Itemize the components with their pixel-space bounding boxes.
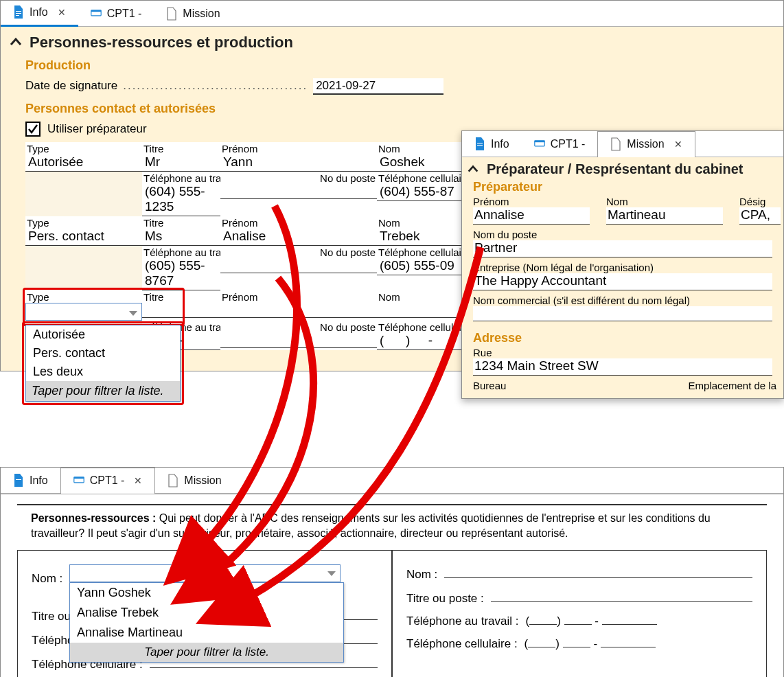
row2-tel-travail[interactable]: (605) 555-8767	[142, 258, 220, 290]
tel-cell-right[interactable]: () -	[524, 635, 656, 651]
filter-hint: Taper pour filtrer la liste.	[70, 643, 343, 662]
page-icon	[610, 137, 621, 151]
date-signature-input[interactable]	[313, 78, 443, 95]
close-icon[interactable]: ✕	[674, 139, 682, 150]
panel-cpt1: Info CPT1 - ✕ Mission Personnes-ressourc…	[0, 467, 784, 677]
chevron-down-icon	[327, 571, 336, 576]
production-heading: Production	[25, 58, 783, 73]
type-option[interactable]: Pers. contact	[26, 344, 180, 363]
resources-description: Personnes-ressources : Qui peut donner à…	[31, 511, 753, 540]
nom-dropdown-input[interactable]	[69, 564, 341, 582]
nom-option[interactable]: Yann Goshek	[70, 583, 343, 603]
row1-no-poste[interactable]	[220, 184, 377, 199]
row2-titre[interactable]: Ms	[142, 229, 220, 246]
tab-cpt1[interactable]: CPT1 - ✕	[60, 468, 156, 494]
resource-left: Nom : Yann Goshek Analise Trebek Annalis…	[17, 550, 392, 677]
prep-poste[interactable]: Partner	[473, 240, 772, 257]
prep-commercial[interactable]	[473, 306, 772, 321]
tab-bar-2: Info CPT1 - Mission ✕	[462, 131, 783, 157]
resource-right: Nom : Titre ou poste : Téléphone au trav…	[392, 550, 767, 677]
date-signature-label: Date de signature	[25, 79, 117, 93]
contacts-heading: Personnes contact et autorisées	[25, 102, 783, 116]
row2-nom[interactable]: Trebek	[377, 229, 465, 246]
tel-travail-right[interactable]: () -	[526, 612, 657, 628]
nom-option[interactable]: Annalise Martineau	[70, 623, 343, 643]
tab-mission[interactable]: Mission	[155, 468, 233, 494]
panel2-section-title: Préparateur / Resprésentant du cabinet	[487, 161, 743, 177]
nom-option[interactable]: Analise Trebek	[70, 603, 343, 623]
tab-mission[interactable]: Mission	[154, 1, 232, 27]
prep-prenom[interactable]: Annalise	[473, 207, 590, 225]
row1-type[interactable]: Autorisée	[25, 154, 142, 172]
preparateur-heading: Préparateur	[473, 180, 783, 194]
col-nom: Nom	[377, 142, 465, 154]
page-icon	[168, 474, 178, 487]
type-dropdown-list: Autorisée Pers. contact Les deux Taper p…	[25, 325, 181, 402]
row1-nom[interactable]: Goshek	[377, 154, 465, 172]
tab-bar-3: Info CPT1 - ✕ Mission	[1, 468, 783, 494]
filter-hint: Taper pour filtrer la liste.	[26, 381, 180, 401]
col-type: Type	[25, 142, 142, 154]
bureau-label: Bureau	[473, 380, 506, 391]
row3-no-poste[interactable]	[220, 333, 377, 348]
prep-rue[interactable]: 1234 Main Street SW	[473, 358, 772, 376]
svg-rect-3	[534, 140, 544, 141]
nom-dropdown-list: Yann Goshek Analise Trebek Annalise Mart…	[69, 582, 344, 663]
nom-input-right[interactable]	[444, 564, 752, 578]
row3-prenom[interactable]	[220, 303, 377, 318]
prep-nom[interactable]: Martineau	[606, 207, 723, 225]
col-no-poste: No du poste	[220, 172, 377, 184]
doc-icon	[13, 5, 24, 19]
chevron-up-icon[interactable]	[9, 36, 23, 49]
row3-tel-cell[interactable]: ( ) -	[377, 333, 465, 350]
page-icon	[166, 7, 177, 21]
tab-mission[interactable]: Mission ✕	[597, 131, 695, 157]
row2-prenom[interactable]: Analise	[220, 229, 377, 246]
doc-icon	[474, 137, 485, 151]
titre-input-right[interactable]	[491, 588, 752, 602]
nom-label: Nom :	[32, 572, 62, 586]
section-title: Personnes-ressources et production	[30, 34, 293, 51]
dots-decoration: ........................................	[123, 79, 308, 93]
tab-cpt1[interactable]: CPT1 -	[522, 131, 598, 157]
tab-info[interactable]: Info	[462, 131, 522, 157]
tab-info[interactable]: Info ✕	[1, 1, 78, 27]
close-icon[interactable]: ✕	[58, 7, 66, 18]
emplacement-label: Emplacement de la	[689, 380, 776, 391]
close-icon[interactable]: ✕	[134, 475, 142, 486]
row2-tel-cell[interactable]: (605) 555-09	[377, 258, 465, 275]
row2-type[interactable]: Pers. contact	[25, 229, 142, 246]
row1-titre[interactable]: Mr	[142, 154, 220, 172]
svg-rect-1	[91, 10, 100, 11]
col-tel-cell: Téléphone cellulaire	[377, 172, 465, 184]
col-prenom: Prénom	[220, 142, 377, 154]
use-preparer-label: Utiliser préparateur	[47, 122, 147, 136]
col-titre: Titre	[142, 142, 220, 154]
tab-cpt1-label: CPT1 -	[107, 8, 142, 20]
form-icon	[91, 7, 102, 21]
type-option[interactable]: Autorisée	[26, 325, 180, 344]
tab-info[interactable]: Info	[1, 468, 60, 494]
row1-tel-cell[interactable]: (604) 555-87	[377, 184, 465, 201]
type-option[interactable]: Les deux	[26, 363, 180, 381]
row2-no-poste[interactable]	[220, 258, 377, 273]
row3-nom[interactable]	[377, 303, 465, 318]
adresse-heading: Adresse	[473, 331, 783, 345]
row1-prenom[interactable]: Yann	[220, 154, 377, 172]
tab-info-label: Info	[30, 6, 48, 19]
form-icon	[73, 474, 84, 487]
form-icon	[534, 137, 545, 151]
tab-bar-1: Info ✕ CPT1 - Mission	[1, 1, 783, 27]
tab-mission-label: Mission	[183, 8, 220, 20]
panel-mission: Info CPT1 - Mission ✕ Préparateur / Resp…	[461, 130, 784, 399]
col-tel-travail: Téléphone au travail	[142, 172, 220, 184]
row1-tel-travail[interactable]: (604) 555-1235	[142, 184, 220, 216]
chevron-up-icon[interactable]	[466, 163, 480, 176]
prep-entreprise[interactable]: The Happy Accountant	[473, 273, 772, 290]
doc-icon	[13, 474, 24, 487]
use-preparer-checkbox[interactable]	[25, 122, 41, 137]
tab-cpt1[interactable]: CPT1 -	[78, 1, 154, 27]
svg-rect-5	[73, 477, 83, 479]
prep-desig[interactable]: CPA,	[739, 207, 781, 225]
